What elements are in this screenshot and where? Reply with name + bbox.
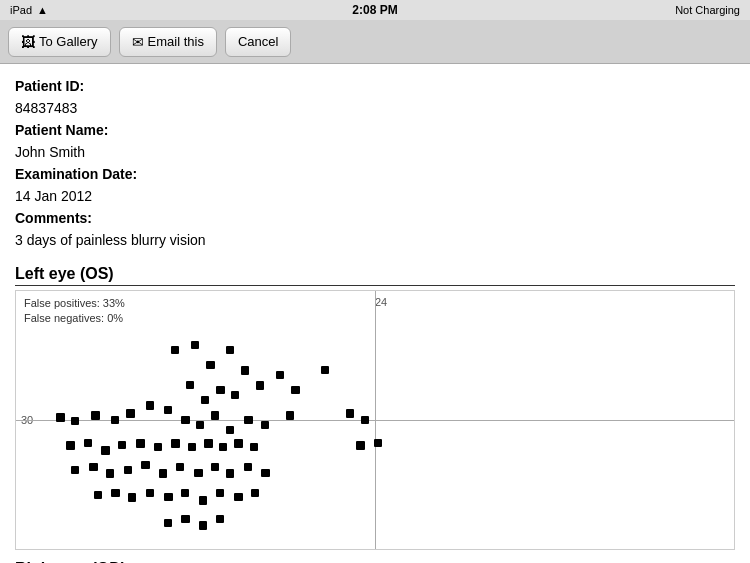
dot (251, 489, 259, 497)
dot (176, 463, 184, 471)
dot (204, 439, 213, 448)
dot (250, 443, 258, 451)
patient-name-label: Patient Name: (15, 122, 108, 138)
dot (66, 441, 75, 450)
dot (126, 409, 135, 418)
patient-info: Patient ID: 84837483 Patient Name: John … (15, 76, 735, 251)
dot (206, 361, 215, 369)
dot (211, 411, 219, 420)
dot (186, 381, 194, 389)
email-this-label: Email this (148, 34, 204, 49)
dot (181, 489, 189, 497)
dot (374, 439, 382, 447)
comments-label: Comments: (15, 210, 92, 226)
toolbar: 🖼 To Gallery ✉ Email this Cancel (0, 20, 750, 64)
dot (56, 413, 65, 422)
dot (211, 463, 219, 471)
dot (261, 469, 270, 477)
dot (124, 466, 132, 474)
dot (111, 416, 119, 424)
dot (101, 446, 110, 455)
dot (111, 489, 120, 497)
wifi-icon: ▲ (37, 4, 48, 16)
left-eye-section-title: Left eye (OS) (15, 265, 735, 286)
dot (164, 406, 172, 414)
dot (234, 439, 243, 448)
dot (181, 515, 190, 523)
dot (71, 466, 79, 474)
dot (171, 346, 179, 354)
dot (226, 426, 234, 434)
dot (136, 439, 145, 448)
dot (188, 443, 196, 451)
dot (84, 439, 92, 447)
dot (226, 469, 234, 478)
dot (201, 396, 209, 404)
gallery-icon: 🖼 (21, 34, 35, 50)
time-display: 2:08 PM (352, 3, 397, 17)
comments-value: 3 days of painless blurry vision (15, 232, 206, 248)
left-eye-chart: False positives: 33% False negatives: 0%… (15, 290, 735, 550)
email-this-button[interactable]: ✉ Email this (119, 27, 217, 57)
patient-id-value: 84837483 (15, 100, 77, 116)
dot (94, 491, 102, 499)
battery-status: Not Charging (675, 4, 740, 16)
dot (106, 469, 114, 478)
dot (216, 489, 224, 497)
dot (171, 439, 180, 448)
to-gallery-label: To Gallery (39, 34, 98, 49)
left-false-positives: False positives: 33% (24, 296, 125, 311)
cancel-label: Cancel (238, 34, 278, 49)
dot (128, 493, 136, 502)
dot (196, 421, 204, 429)
dot (199, 496, 207, 505)
exam-date-label: Examination Date: (15, 166, 137, 182)
dot (234, 493, 243, 501)
dot (356, 441, 365, 450)
dot (118, 441, 126, 449)
exam-date-value: 14 Jan 2012 (15, 188, 92, 204)
dot (216, 386, 225, 394)
dot (216, 515, 224, 523)
dot (276, 371, 284, 379)
dot (89, 463, 98, 471)
patient-id-label: Patient ID: (15, 78, 84, 94)
dot (91, 411, 100, 420)
device-label: iPad (10, 4, 32, 16)
dot (146, 489, 154, 497)
dot (256, 381, 264, 390)
dot (361, 416, 369, 424)
dot (141, 461, 150, 469)
dot (244, 416, 253, 424)
dot (286, 411, 294, 420)
dot (231, 391, 239, 399)
dot (164, 519, 172, 527)
dot (346, 409, 354, 418)
dot (164, 493, 173, 501)
left-eye-stats: False positives: 33% False negatives: 0% (24, 296, 125, 327)
left-eye-vline (375, 291, 376, 549)
dot (199, 521, 207, 530)
to-gallery-button[interactable]: 🖼 To Gallery (8, 27, 111, 57)
patient-name-value: John Smith (15, 144, 85, 160)
status-bar: iPad ▲ 2:08 PM Not Charging (0, 0, 750, 20)
dot (181, 416, 190, 424)
dot (241, 366, 249, 375)
dot (159, 469, 167, 478)
left-eye-label-24: 24 (375, 296, 387, 308)
dot (146, 401, 154, 410)
email-icon: ✉ (132, 34, 144, 50)
dot (291, 386, 300, 394)
dot (154, 443, 162, 451)
main-content: Patient ID: 84837483 Patient Name: John … (0, 64, 750, 563)
dot (219, 443, 227, 451)
dot (191, 341, 199, 349)
dot (321, 366, 329, 374)
dot (244, 463, 252, 471)
dot (71, 417, 79, 425)
dot (261, 421, 269, 429)
dot (226, 346, 234, 354)
left-false-negatives: False negatives: 0% (24, 311, 125, 326)
dot (194, 469, 203, 477)
cancel-button[interactable]: Cancel (225, 27, 291, 57)
